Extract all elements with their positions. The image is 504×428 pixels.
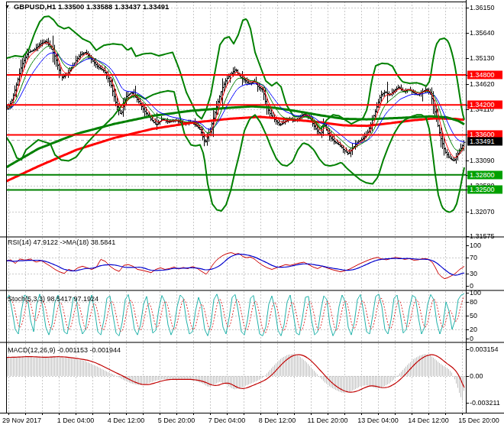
stoch-indicator-label: Stoch(5,3,3) 98.5417 97.1924 (8, 295, 99, 303)
chart-title: GBPUSD,H1 1.33500 1.33588 1.33437 1.3349… (14, 2, 169, 11)
macd-indicator-label: MACD(12,26,9) -0.001153 -0.001944 (8, 346, 121, 354)
rsi-indicator-label: RSI(14) 47.9122 ->MA(18) 38.5841 (8, 238, 115, 246)
trading-chart-window: ▼ GBPUSD,H1 1.33500 1.33588 1.33437 1.33… (0, 0, 504, 428)
chart-title-row: ▼ GBPUSD,H1 1.33500 1.33588 1.33437 1.33… (5, 2, 169, 11)
chart-canvas[interactable] (0, 0, 504, 428)
chevron-down-icon[interactable]: ▼ (5, 3, 10, 11)
